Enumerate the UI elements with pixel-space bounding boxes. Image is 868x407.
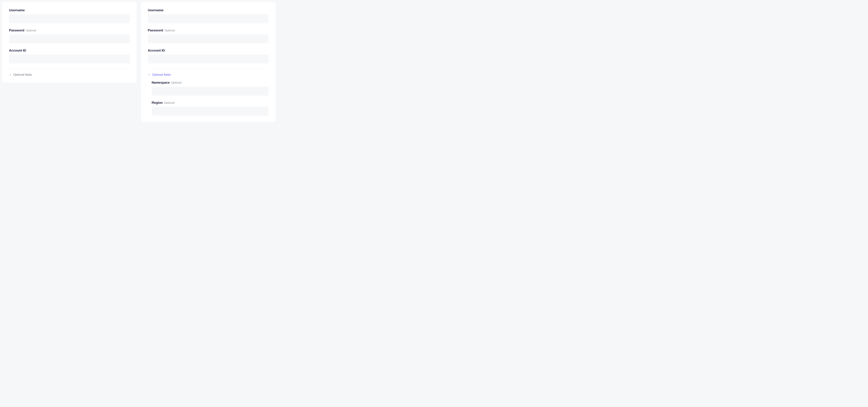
password-optional-tag: Optional xyxy=(164,29,175,32)
namespace-optional-tag: Optional xyxy=(171,81,181,84)
username-field: Username xyxy=(148,8,269,23)
account-id-label-row: Account ID xyxy=(9,48,130,53)
account-id-label-row: Account ID xyxy=(148,48,269,53)
optional-fields-toggle[interactable]: Optional fields xyxy=(148,73,269,76)
account-id-field: Account ID xyxy=(9,48,130,64)
region-label-row: Region Optional xyxy=(152,101,269,105)
form-card-expanded: Username Password Optional Account ID Op… xyxy=(141,2,276,122)
account-id-input[interactable] xyxy=(148,55,269,64)
password-label: Password xyxy=(148,29,163,32)
region-label: Region xyxy=(152,101,163,105)
account-id-input[interactable] xyxy=(9,55,130,64)
chevron-down-icon xyxy=(148,73,151,76)
region-input[interactable] xyxy=(152,107,269,116)
namespace-label-row: Namespace Optional xyxy=(152,81,269,84)
form-cards-container: Username Password Optional Account ID Op… xyxy=(2,2,276,122)
namespace-input[interactable] xyxy=(152,87,269,96)
username-label: Username xyxy=(148,8,163,12)
optional-fields-toggle[interactable]: Optional fields xyxy=(9,73,130,76)
password-label-row: Password Optional xyxy=(9,29,130,32)
region-field: Region Optional xyxy=(152,101,269,116)
optional-fields-section: Namespace Optional Region Optional xyxy=(148,81,269,116)
password-field: Password Optional xyxy=(9,29,130,43)
username-input[interactable] xyxy=(9,14,130,23)
password-label: Password xyxy=(9,29,24,32)
username-field: Username xyxy=(9,8,130,23)
namespace-field: Namespace Optional xyxy=(152,81,269,96)
password-input[interactable] xyxy=(148,34,269,43)
username-label: Username xyxy=(9,8,25,12)
namespace-label: Namespace xyxy=(152,81,170,84)
divider xyxy=(148,69,269,69)
region-optional-tag: Optional xyxy=(164,101,175,104)
password-optional-tag: Optional xyxy=(26,29,36,32)
password-field: Password Optional xyxy=(148,29,269,43)
account-id-label: Account ID xyxy=(9,48,26,53)
password-input[interactable] xyxy=(9,34,130,43)
username-input[interactable] xyxy=(148,14,269,23)
chevron-right-icon xyxy=(9,73,12,76)
password-label-row: Password Optional xyxy=(148,29,269,32)
username-label-row: Username xyxy=(9,8,130,12)
username-label-row: Username xyxy=(148,8,269,12)
optional-fields-toggle-label: Optional fields xyxy=(13,73,32,76)
divider xyxy=(9,69,130,69)
optional-fields-toggle-label: Optional fields xyxy=(152,73,171,76)
account-id-field: Account ID xyxy=(148,48,269,64)
form-card-collapsed: Username Password Optional Account ID Op… xyxy=(2,2,137,83)
account-id-label: Account ID xyxy=(148,48,165,53)
